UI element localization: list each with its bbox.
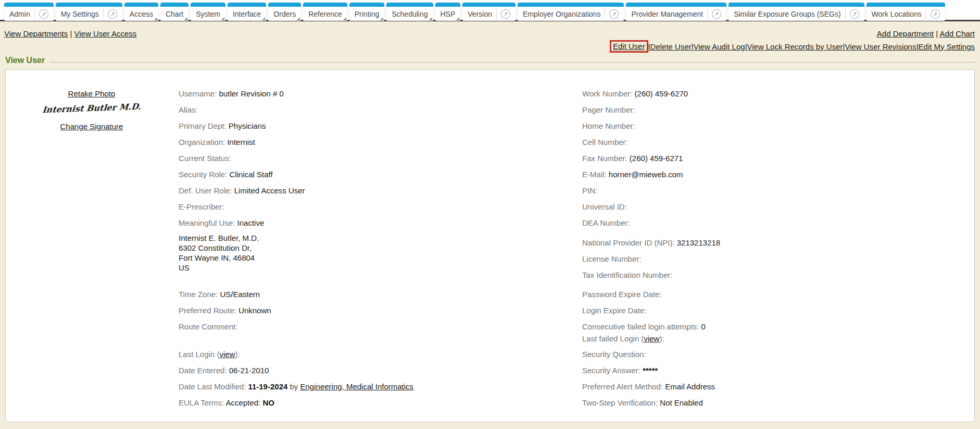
tab-label: Work Locations [872, 10, 922, 18]
tab-system[interactable]: System [191, 3, 225, 21]
field-value: 06-21-2010 [227, 366, 269, 375]
field-label: Current Status: [179, 154, 231, 163]
tab-body: Interface [228, 7, 266, 21]
tab-scheduling[interactable]: Scheduling [386, 3, 433, 21]
retake-photo-link[interactable]: Retake Photo [68, 89, 116, 98]
inline-link[interactable]: view [219, 350, 235, 359]
link-edit-user[interactable]: Edit User [613, 42, 645, 51]
open-new-window-icon[interactable]: ↗ [107, 8, 118, 19]
field-value: Email Address [663, 382, 715, 391]
tab-label: Employer Organizations [523, 10, 600, 18]
field-row: Organization: Internist [179, 134, 512, 150]
section-header: View User [5, 54, 975, 67]
field-spacer [179, 335, 512, 346]
field-value: Internist E. Butler, M.D. [179, 234, 259, 242]
field-label: Alias: [179, 105, 198, 114]
field-value: (260) 459-6271 [627, 154, 683, 163]
open-new-window-icon[interactable]: ↗ [711, 8, 722, 19]
tab-accent-bar [518, 3, 624, 7]
tab-label: Similar Exposure Groups (SEGs) [734, 10, 840, 18]
tab-accent-bar [268, 3, 301, 7]
link-add-chart[interactable]: Add Chart [939, 29, 975, 38]
field-row: Two-Step Verification: Not Enabled [582, 395, 915, 411]
link-view-departments[interactable]: View Departments [4, 29, 68, 38]
tab-accent-bar [626, 3, 726, 7]
open-new-window-icon[interactable]: ↗ [930, 8, 940, 19]
tab-label: Printing [355, 10, 379, 18]
tab-body: Similar Exposure Groups (SEGs)↗ [728, 7, 864, 21]
tab-body: My Settings↗ [56, 7, 122, 21]
tab-separator [707, 8, 708, 19]
field-row: Fax Number: (260) 459-6271 [582, 150, 915, 166]
tab-provider-management[interactable]: Provider Management↗ [626, 3, 726, 21]
link-edit-my-settings[interactable]: Edit My Settings [919, 42, 975, 51]
field-value: US [179, 263, 190, 272]
tab-label: Admin [9, 10, 30, 18]
link-add-department[interactable]: Add Department [877, 29, 934, 38]
tab-access[interactable]: Access [124, 3, 158, 21]
tab-version[interactable]: Version↗ [462, 3, 516, 21]
field-row: Login Expire Date: [582, 302, 915, 318]
tab-body: System [191, 7, 225, 21]
tab-printing[interactable]: Printing [349, 3, 384, 21]
tab-interface[interactable]: Interface [228, 3, 266, 21]
field-bold: NO [262, 398, 274, 407]
link-view-audit-log[interactable]: View Audit Log [694, 42, 745, 51]
change-signature-link[interactable]: Change Signature [60, 122, 123, 131]
tab-hsp[interactable]: HSP [435, 3, 461, 21]
field-value: Limited Access User [232, 186, 305, 195]
field-row: Security Answer: ***** [582, 362, 915, 378]
user-action-links: Edit User | Delete User | View Audit Log… [610, 40, 975, 53]
dropdown-corner-icon [343, 17, 346, 20]
field-row: E-Prescriber: [179, 199, 512, 215]
tab-body: Work Locations↗ [866, 7, 945, 21]
tab-orders[interactable]: Orders [268, 3, 301, 21]
tab-work-locations[interactable]: Work Locations↗ [866, 3, 945, 21]
field-label: ): [659, 334, 664, 343]
tab-admin[interactable]: Admin↗ [4, 3, 54, 21]
inline-link[interactable]: Engineering, Medical Informatics [300, 382, 414, 391]
tab-accent-bar [435, 3, 461, 7]
dropdown-corner-icon [456, 17, 459, 20]
field-bold: ***** [640, 366, 658, 375]
separator: | [934, 29, 939, 38]
tab-label: System [196, 10, 220, 18]
tab-body: Reference [303, 7, 347, 21]
tab-accent-bar [124, 3, 158, 7]
tab-similar-exposure-groups-segs[interactable]: Similar Exposure Groups (SEGs)↗ [728, 3, 864, 21]
tab-my-settings[interactable]: My Settings↗ [56, 3, 122, 21]
profile-column: Retake Photo Internist Butler M.D. Chang… [21, 85, 162, 134]
tab-accent-bar [303, 3, 347, 7]
field-label: Pager Number: [582, 105, 635, 114]
link-delete-user[interactable]: Delete User [650, 42, 692, 51]
open-new-window-icon[interactable]: ↗ [39, 8, 49, 19]
inline-link[interactable]: view [644, 334, 659, 343]
dropdown-corner-icon [380, 17, 383, 20]
tab-employer-organizations[interactable]: Employer Organizations↗ [518, 3, 624, 21]
link-view-lock-records-by-user[interactable]: View Lock Records by User [747, 42, 843, 51]
tab-separator [103, 8, 104, 19]
field-value: Unknown [236, 306, 271, 315]
tab-chart[interactable]: Chart [160, 3, 189, 21]
open-new-window-icon[interactable]: ↗ [609, 8, 619, 19]
tab-label: HSP [441, 10, 456, 18]
dropdown-corner-icon [262, 17, 265, 20]
field-value: 6302 Constitution Dr, [179, 243, 252, 252]
tab-accent-bar [349, 3, 384, 7]
field-row: PIN: [582, 182, 915, 199]
tab-separator [605, 8, 605, 19]
tab-reference[interactable]: Reference [303, 3, 347, 21]
field-row: License Number: [582, 251, 915, 267]
tab-body: Access [124, 7, 158, 21]
field-label: Two-Step Verification: [582, 398, 658, 407]
tab-body: Admin↗ [4, 7, 54, 21]
link-view-user-revisions[interactable]: View User Revisions [845, 42, 916, 51]
open-new-window-icon[interactable]: ↗ [500, 8, 511, 19]
field-row: Home Number: [582, 118, 915, 134]
tab-label: Scheduling [392, 10, 428, 18]
open-new-window-icon[interactable]: ↗ [849, 8, 859, 19]
field-row: Route Comment: [179, 318, 512, 335]
tab-body: HSP [435, 7, 461, 21]
link-view-user-access[interactable]: View User Access [74, 29, 137, 38]
field-row: Security Role: Clinical Staff [179, 166, 512, 182]
